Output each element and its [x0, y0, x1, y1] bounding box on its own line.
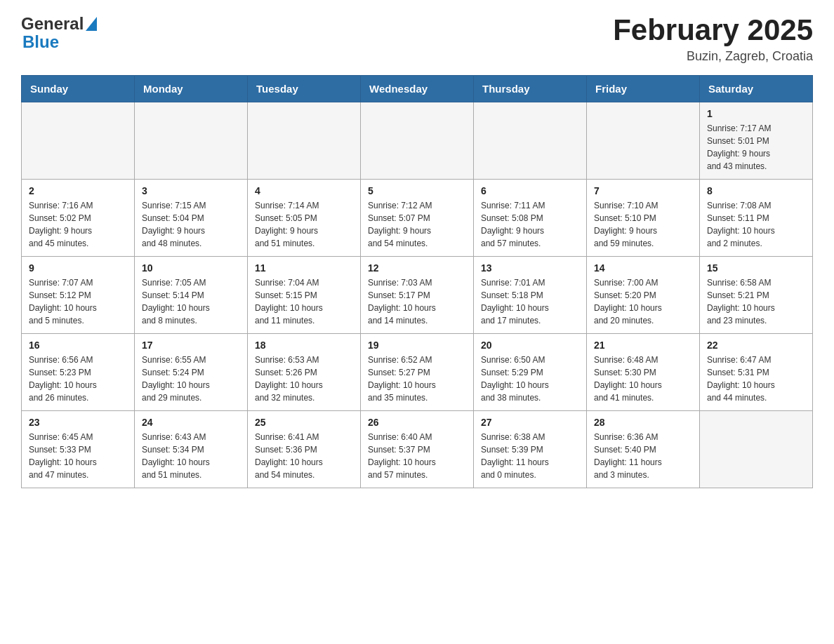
- day-info: Sunrise: 7:03 AMSunset: 5:17 PMDaylight:…: [368, 276, 466, 327]
- day-info: Sunrise: 7:00 AMSunset: 5:20 PMDaylight:…: [594, 276, 692, 327]
- calendar-cell: 17Sunrise: 6:55 AMSunset: 5:24 PMDayligh…: [135, 334, 248, 411]
- day-info: Sunrise: 7:01 AMSunset: 5:18 PMDaylight:…: [481, 276, 579, 327]
- calendar-cell: [361, 102, 474, 180]
- calendar-cell: 11Sunrise: 7:04 AMSunset: 5:15 PMDayligh…: [248, 257, 361, 334]
- calendar-cell: [474, 102, 587, 180]
- header-day-friday: Friday: [587, 76, 700, 102]
- calendar-cell: [700, 411, 813, 488]
- day-number: 27: [481, 417, 579, 428]
- title-block: February 2025 Buzin, Zagreb, Croatia: [613, 14, 813, 64]
- calendar-cell: 12Sunrise: 7:03 AMSunset: 5:17 PMDayligh…: [361, 257, 474, 334]
- day-number: 20: [481, 340, 579, 351]
- day-number: 24: [142, 417, 240, 428]
- header-day-monday: Monday: [135, 76, 248, 102]
- day-info: Sunrise: 6:48 AMSunset: 5:30 PMDaylight:…: [594, 354, 692, 404]
- calendar-body: 1Sunrise: 7:17 AMSunset: 5:01 PMDaylight…: [22, 102, 813, 488]
- calendar-cell: [248, 102, 361, 180]
- calendar-cell: [587, 102, 700, 180]
- day-number: 17: [142, 340, 240, 351]
- week-row-4: 23Sunrise: 6:45 AMSunset: 5:33 PMDayligh…: [22, 411, 813, 488]
- calendar-cell: [135, 102, 248, 180]
- day-number: 11: [255, 262, 353, 274]
- day-number: 16: [29, 340, 127, 351]
- page-subtitle: Buzin, Zagreb, Croatia: [613, 49, 813, 64]
- day-info: Sunrise: 7:07 AMSunset: 5:12 PMDaylight:…: [29, 276, 127, 327]
- day-info: Sunrise: 7:08 AMSunset: 5:11 PMDaylight:…: [707, 199, 805, 250]
- header-day-wednesday: Wednesday: [361, 76, 474, 102]
- calendar-cell: 5Sunrise: 7:12 AMSunset: 5:07 PMDaylight…: [361, 180, 474, 257]
- day-number: 8: [707, 185, 805, 196]
- calendar-cell: 10Sunrise: 7:05 AMSunset: 5:14 PMDayligh…: [135, 257, 248, 334]
- day-number: 10: [142, 262, 240, 274]
- day-number: 21: [594, 340, 692, 351]
- week-row-3: 16Sunrise: 6:56 AMSunset: 5:23 PMDayligh…: [22, 334, 813, 411]
- header-day-saturday: Saturday: [700, 76, 813, 102]
- day-info: Sunrise: 7:14 AMSunset: 5:05 PMDaylight:…: [255, 199, 353, 250]
- day-number: 7: [594, 185, 692, 196]
- logo: General Blue: [21, 14, 97, 52]
- day-number: 25: [255, 417, 353, 428]
- calendar-cell: 23Sunrise: 6:45 AMSunset: 5:33 PMDayligh…: [22, 411, 135, 488]
- calendar-cell: 16Sunrise: 6:56 AMSunset: 5:23 PMDayligh…: [22, 334, 135, 411]
- calendar-cell: 26Sunrise: 6:40 AMSunset: 5:37 PMDayligh…: [361, 411, 474, 488]
- day-number: 1: [707, 108, 805, 119]
- day-info: Sunrise: 7:17 AMSunset: 5:01 PMDaylight:…: [707, 122, 805, 173]
- header-day-tuesday: Tuesday: [248, 76, 361, 102]
- day-info: Sunrise: 6:41 AMSunset: 5:36 PMDaylight:…: [255, 431, 353, 481]
- week-row-0: 1Sunrise: 7:17 AMSunset: 5:01 PMDaylight…: [22, 102, 813, 180]
- day-info: Sunrise: 6:55 AMSunset: 5:24 PMDaylight:…: [142, 354, 240, 404]
- day-number: 9: [29, 262, 127, 274]
- calendar-cell: 24Sunrise: 6:43 AMSunset: 5:34 PMDayligh…: [135, 411, 248, 488]
- header-day-thursday: Thursday: [474, 76, 587, 102]
- day-info: Sunrise: 6:36 AMSunset: 5:40 PMDaylight:…: [594, 431, 692, 481]
- logo-general-text: General: [21, 14, 84, 34]
- day-info: Sunrise: 6:52 AMSunset: 5:27 PMDaylight:…: [368, 354, 466, 404]
- calendar-cell: 14Sunrise: 7:00 AMSunset: 5:20 PMDayligh…: [587, 257, 700, 334]
- day-info: Sunrise: 7:16 AMSunset: 5:02 PMDaylight:…: [29, 199, 127, 250]
- day-info: Sunrise: 6:45 AMSunset: 5:33 PMDaylight:…: [29, 431, 127, 481]
- calendar-cell: 28Sunrise: 6:36 AMSunset: 5:40 PMDayligh…: [587, 411, 700, 488]
- calendar-cell: 13Sunrise: 7:01 AMSunset: 5:18 PMDayligh…: [474, 257, 587, 334]
- day-number: 13: [481, 262, 579, 274]
- calendar-cell: 4Sunrise: 7:14 AMSunset: 5:05 PMDaylight…: [248, 180, 361, 257]
- day-info: Sunrise: 7:11 AMSunset: 5:08 PMDaylight:…: [481, 199, 579, 250]
- page-header: General Blue February 2025 Buzin, Zagreb…: [21, 14, 813, 64]
- day-info: Sunrise: 6:38 AMSunset: 5:39 PMDaylight:…: [481, 431, 579, 481]
- day-number: 19: [368, 340, 466, 351]
- calendar-cell: 20Sunrise: 6:50 AMSunset: 5:29 PMDayligh…: [474, 334, 587, 411]
- calendar-cell: 3Sunrise: 7:15 AMSunset: 5:04 PMDaylight…: [135, 180, 248, 257]
- day-info: Sunrise: 6:58 AMSunset: 5:21 PMDaylight:…: [707, 276, 805, 327]
- calendar-cell: 1Sunrise: 7:17 AMSunset: 5:01 PMDaylight…: [700, 102, 813, 180]
- day-number: 18: [255, 340, 353, 351]
- day-number: 2: [29, 185, 127, 196]
- week-row-2: 9Sunrise: 7:07 AMSunset: 5:12 PMDaylight…: [22, 257, 813, 334]
- day-number: 3: [142, 185, 240, 196]
- day-info: Sunrise: 6:43 AMSunset: 5:34 PMDaylight:…: [142, 431, 240, 481]
- calendar-cell: 22Sunrise: 6:47 AMSunset: 5:31 PMDayligh…: [700, 334, 813, 411]
- day-info: Sunrise: 7:15 AMSunset: 5:04 PMDaylight:…: [142, 199, 240, 250]
- week-row-1: 2Sunrise: 7:16 AMSunset: 5:02 PMDaylight…: [22, 180, 813, 257]
- day-number: 12: [368, 262, 466, 274]
- calendar-cell: 21Sunrise: 6:48 AMSunset: 5:30 PMDayligh…: [587, 334, 700, 411]
- header-day-sunday: Sunday: [22, 76, 135, 102]
- calendar-cell: 8Sunrise: 7:08 AMSunset: 5:11 PMDaylight…: [700, 180, 813, 257]
- calendar-cell: 27Sunrise: 6:38 AMSunset: 5:39 PMDayligh…: [474, 411, 587, 488]
- calendar-cell: 18Sunrise: 6:53 AMSunset: 5:26 PMDayligh…: [248, 334, 361, 411]
- day-info: Sunrise: 6:53 AMSunset: 5:26 PMDaylight:…: [255, 354, 353, 404]
- day-number: 28: [594, 417, 692, 428]
- day-info: Sunrise: 7:10 AMSunset: 5:10 PMDaylight:…: [594, 199, 692, 250]
- day-number: 4: [255, 185, 353, 196]
- calendar-cell: 9Sunrise: 7:07 AMSunset: 5:12 PMDaylight…: [22, 257, 135, 334]
- logo-arrow-icon: [86, 17, 97, 31]
- day-info: Sunrise: 6:50 AMSunset: 5:29 PMDaylight:…: [481, 354, 579, 404]
- day-info: Sunrise: 6:40 AMSunset: 5:37 PMDaylight:…: [368, 431, 466, 481]
- calendar-cell: 2Sunrise: 7:16 AMSunset: 5:02 PMDaylight…: [22, 180, 135, 257]
- calendar-cell: 19Sunrise: 6:52 AMSunset: 5:27 PMDayligh…: [361, 334, 474, 411]
- day-info: Sunrise: 6:47 AMSunset: 5:31 PMDaylight:…: [707, 354, 805, 404]
- logo-blue-text: Blue: [22, 32, 59, 52]
- calendar-cell: [22, 102, 135, 180]
- calendar-cell: 6Sunrise: 7:11 AMSunset: 5:08 PMDaylight…: [474, 180, 587, 257]
- calendar-cell: 25Sunrise: 6:41 AMSunset: 5:36 PMDayligh…: [248, 411, 361, 488]
- day-info: Sunrise: 7:05 AMSunset: 5:14 PMDaylight:…: [142, 276, 240, 327]
- day-number: 26: [368, 417, 466, 428]
